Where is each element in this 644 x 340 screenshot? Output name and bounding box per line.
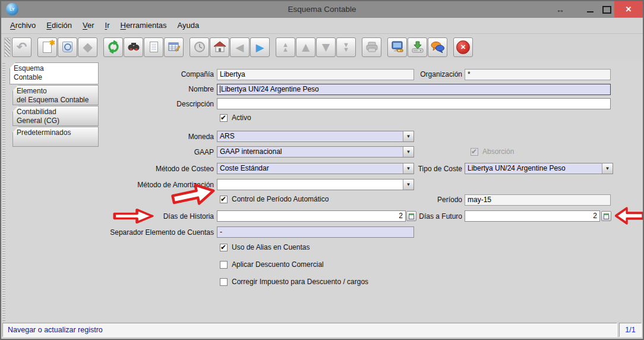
find-icon <box>127 41 140 53</box>
next-record-button[interactable]: ▼ <box>316 37 336 57</box>
menubar: Archivo Edición Ver Ir Herramientas Ayud… <box>1 18 643 34</box>
delete-record-icon <box>62 42 72 52</box>
refresh-button[interactable] <box>103 37 123 57</box>
home-icon <box>213 41 226 53</box>
tab-elemento-esquema-contable[interactable]: Elementodel Esquema Contable <box>12 85 99 105</box>
annotation-arrow-left-icon <box>614 206 644 225</box>
chevron-down-icon[interactable]: ▼ <box>403 147 413 157</box>
parent-record-icon: ◀ <box>236 41 244 53</box>
attachment-button[interactable] <box>144 37 163 57</box>
organizacion-field[interactable]: * <box>465 69 611 80</box>
menu-ver[interactable]: Ver <box>77 19 100 32</box>
first-record-button[interactable]: ▲▲ <box>276 37 295 57</box>
tab-esquema-contable[interactable]: EsquemaContable <box>10 62 99 84</box>
control-periodo-checkbox[interactable] <box>220 196 228 203</box>
toolbar: ↶ ✱ ◆ ◀ ▶ ▲▲ ▲ ▼ ▼▼ <box>1 34 643 60</box>
organizacion-label: Organización <box>417 70 462 79</box>
detail-record-button[interactable]: ▶ <box>250 37 270 57</box>
metodo-amortizacion-dropdown[interactable]: ▼ <box>217 179 414 190</box>
menu-herramientas[interactable]: Herramientas <box>115 19 172 32</box>
minimize-button[interactable] <box>585 1 595 18</box>
menu-edicion[interactable]: Edición <box>41 19 77 32</box>
menu-ir[interactable]: Ir <box>100 19 115 32</box>
window-title: Esquema Contable <box>1 1 643 18</box>
dias-historia-field[interactable]: 2 <box>217 210 406 222</box>
status-message: Navegar o actualizar registro <box>2 323 617 337</box>
delete-record-button[interactable] <box>58 37 77 57</box>
moneda-label: Moneda <box>101 133 214 141</box>
archive-button[interactable] <box>408 37 427 57</box>
moneda-dropdown[interactable]: ARS▼ <box>217 131 414 142</box>
dias-historia-calculator-button[interactable] <box>406 211 416 221</box>
tab-contabilidad-general[interactable]: ContabilidadGeneral (CG) <box>12 106 99 126</box>
tipo-coste-label: Tipo de Coste <box>411 165 462 174</box>
dias-futuro-calculator-button[interactable] <box>601 211 611 221</box>
save-icon: ◆ <box>83 40 92 54</box>
new-record-button[interactable]: ✱ <box>37 37 57 57</box>
sidebar-splitter[interactable] <box>2 63 5 321</box>
gaap-dropdown[interactable]: GAAP internacional▼ <box>217 146 414 158</box>
menu-archivo[interactable]: Archivo <box>5 19 41 32</box>
find-button[interactable] <box>124 37 143 57</box>
exit-button[interactable]: ✕ <box>453 37 473 57</box>
next-record-icon: ▼ <box>322 41 330 53</box>
absorcion-checkbox <box>471 148 478 156</box>
previous-record-icon: ▲ <box>302 41 310 53</box>
metodo-costeo-dropdown[interactable]: Coste Estándar▼ <box>217 163 414 174</box>
grid-toggle-button[interactable] <box>164 37 184 57</box>
history-button[interactable] <box>190 37 209 57</box>
last-record-button[interactable]: ▼▼ <box>336 37 356 57</box>
zoom-across-button[interactable] <box>387 37 407 57</box>
exit-icon: ✕ <box>456 40 470 54</box>
attachment-icon <box>150 42 158 52</box>
metodo-amortizacion-label: Método de Amortización <box>101 181 214 190</box>
resize-icon[interactable]: ↔ <box>554 1 567 18</box>
chevron-down-icon[interactable]: ▼ <box>602 163 613 174</box>
activo-checkbox[interactable] <box>220 114 228 122</box>
chevron-down-icon[interactable]: ▼ <box>403 180 413 190</box>
tab-predeterminados[interactable]: Predeterminados <box>12 127 99 147</box>
undo-icon: ↶ <box>17 40 27 54</box>
calculator-icon <box>409 213 414 219</box>
descripcion-field[interactable] <box>217 98 611 109</box>
last-record-icon: ▼▼ <box>343 42 349 52</box>
grid-toggle-icon <box>168 42 180 52</box>
home-button[interactable] <box>210 37 229 57</box>
dias-futuro-field[interactable]: 2 <box>465 210 600 222</box>
separador-field[interactable]: - <box>217 226 414 238</box>
drag-handle[interactable] <box>4 37 11 57</box>
nombre-field[interactable]: Libertya UN/24 Argentine Peso <box>217 84 611 95</box>
corregir-impuesto-label: Corregir Impuesto para Descuento / cargo… <box>232 278 368 287</box>
undo-button[interactable]: ↶ <box>12 37 31 57</box>
detail-record-icon: ▶ <box>256 41 264 53</box>
aplicar-descuento-label: Aplicar Descuento Comercial <box>232 260 324 269</box>
record-counter: 1/1 <box>619 323 642 337</box>
dias-futuro-label: Días a Futuro <box>417 212 462 221</box>
periodo-label: Período <box>417 196 462 204</box>
nombre-label: Nombre <box>101 85 214 94</box>
titlebar: LY Esquema Contable ↔ ✕ <box>1 1 643 18</box>
report-button[interactable] <box>362 37 381 57</box>
esquema-contable-window: LY Esquema Contable ↔ ✕ Archivo Edición … <box>0 0 644 340</box>
maximize-button[interactable] <box>601 1 612 18</box>
periodo-field[interactable]: may-15 <box>465 194 611 206</box>
aplicar-descuento-checkbox[interactable] <box>220 261 228 269</box>
chat-button[interactable] <box>428 37 447 57</box>
gaap-label: GAAP <box>101 148 214 157</box>
first-record-icon: ▲▲ <box>282 42 289 52</box>
save-button[interactable]: ◆ <box>78 37 97 57</box>
statusbar: Navegar o actualizar registro 1/1 <box>1 321 643 339</box>
uso-alias-checkbox[interactable] <box>220 244 228 251</box>
chevron-down-icon[interactable]: ▼ <box>403 131 413 141</box>
descripcion-label: Descripción <box>101 100 214 109</box>
corregir-impuesto-checkbox[interactable] <box>220 278 228 286</box>
close-button[interactable]: ✕ <box>614 1 643 17</box>
compania-field[interactable]: Libertya <box>217 69 414 80</box>
menu-ayuda[interactable]: Ayuda <box>172 19 205 32</box>
tipo-coste-dropdown[interactable]: Libertya UN/24 Argentine Peso▼ <box>465 163 613 174</box>
metodo-costeo-label: Método de Costeo <box>101 165 214 174</box>
dias-historia-label: Días de Historia <box>101 212 214 221</box>
parent-record-button[interactable]: ◀ <box>230 37 250 57</box>
report-icon <box>366 42 378 52</box>
previous-record-button[interactable]: ▲ <box>296 37 315 57</box>
